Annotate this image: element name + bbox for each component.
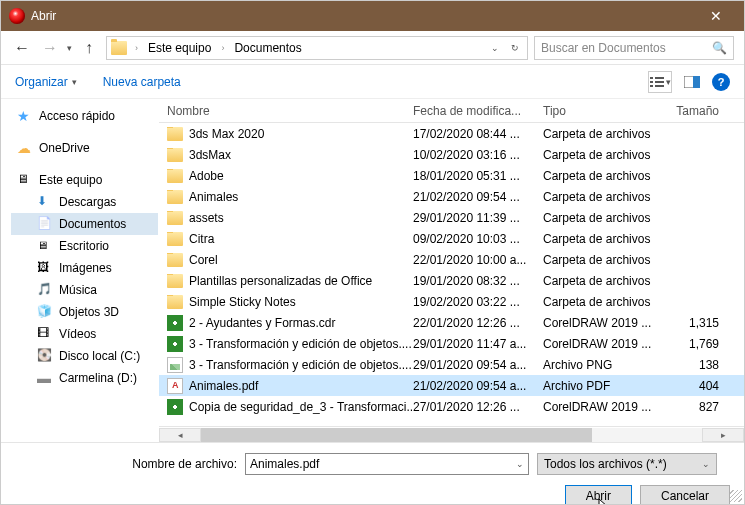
file-date: 21/02/2020 09:54 a... [413,379,543,393]
preview-pane-button[interactable] [680,71,704,93]
cdr-icon [167,315,183,331]
sidebar-3d[interactable]: Objetos 3D [11,301,158,323]
chevron-right-icon[interactable]: › [131,43,142,53]
horizontal-scrollbar[interactable]: ◂ ▸ [159,426,744,442]
sidebar-disk-d[interactable]: Carmelina (D:) [11,367,158,389]
view-options-button[interactable]: ▾ [648,71,672,93]
file-name-text: 3 - Transformación y edición de objetos.… [189,358,412,372]
file-row[interactable]: Citra09/02/2020 10:03 ...Carpeta de arch… [159,228,744,249]
download-icon [37,194,53,210]
sidebar-disk-c[interactable]: Disco local (C:) [11,345,158,367]
file-date: 29/01/2020 11:47 a... [413,337,543,351]
file-type: Carpeta de archivos [543,127,663,141]
filter-select[interactable]: Todos los archivos (*.*) ⌄ [537,453,717,475]
col-date[interactable]: Fecha de modifica... [413,104,543,118]
file-name-text: Simple Sticky Notes [189,295,296,309]
file-date: 18/01/2020 05:31 ... [413,169,543,183]
scroll-left-button[interactable]: ◂ [159,428,201,442]
file-row[interactable]: 2 - Ayudantes y Formas.cdr22/01/2020 12:… [159,312,744,333]
col-size[interactable]: Tamaño [663,104,725,118]
file-date: 27/01/2020 12:26 ... [413,400,543,414]
search-placeholder: Buscar en Documentos [541,41,666,55]
file-date: 10/02/2020 03:16 ... [413,148,543,162]
sidebar-documents[interactable]: Documentos [11,213,158,235]
up-button[interactable]: ↑ [78,37,100,59]
file-row[interactable]: Simple Sticky Notes19/02/2020 03:22 ...C… [159,291,744,312]
chevron-down-icon[interactable]: ⌄ [516,459,524,469]
sidebar-quick-access[interactable]: ★Acceso rápido [11,105,158,127]
file-row[interactable]: 3 - Transformación y edición de objetos.… [159,333,744,354]
sidebar-videos[interactable]: Vídeos [11,323,158,345]
footer: Nombre de archivo: Animales.pdf ⌄ Todos … [1,442,744,505]
sidebar-pictures[interactable]: Imágenes [11,257,158,279]
scroll-right-button[interactable]: ▸ [702,428,744,442]
breadcrumb-root[interactable]: Este equipo [146,41,213,55]
refresh-button[interactable]: ↻ [507,43,523,53]
file-type: CorelDRAW 2019 ... [543,337,663,351]
address-dropdown[interactable]: ⌄ [487,43,503,53]
cancel-button[interactable]: Cancelar [640,485,730,505]
resize-grip[interactable] [730,490,742,502]
chevron-right-icon[interactable]: › [217,43,228,53]
file-date: 21/02/2020 09:54 ... [413,190,543,204]
file-row[interactable]: Corel22/01/2020 10:00 a...Carpeta de arc… [159,249,744,270]
folder-icon [167,274,183,288]
nav-bar: ← → ▾ ↑ › Este equipo › Documentos ⌄ ↻ B… [1,31,744,65]
scroll-thumb[interactable] [201,428,592,442]
organize-menu[interactable]: Organizar▾ [15,75,77,89]
sidebar-downloads[interactable]: Descargas [11,191,158,213]
back-button[interactable]: ← [11,37,33,59]
file-type: Carpeta de archivos [543,148,663,162]
file-type: CorelDRAW 2019 ... [543,400,663,414]
file-row[interactable]: Copia de seguridad_de_3 - Transformaci..… [159,396,744,417]
cloud-icon [17,140,33,156]
sidebar-onedrive[interactable]: OneDrive [11,137,158,159]
file-date: 22/01/2020 10:00 a... [413,253,543,267]
file-row[interactable]: Plantillas personalizadas de Office19/01… [159,270,744,291]
title-bar: Abrir ✕ [1,1,744,31]
folder-icon [167,295,183,309]
file-row[interactable]: Animales21/02/2020 09:54 ...Carpeta de a… [159,186,744,207]
file-name-text: assets [189,211,224,225]
col-type[interactable]: Tipo [543,104,663,118]
close-button[interactable]: ✕ [696,8,736,24]
toolbar: Organizar▾ Nueva carpeta ▾ ? [1,65,744,99]
cdr-icon [167,399,183,415]
file-name-text: Animales.pdf [189,379,258,393]
music-icon [37,282,53,298]
file-row[interactable]: 3dsMax10/02/2020 03:16 ...Carpeta de arc… [159,144,744,165]
png-icon [167,357,183,373]
col-name[interactable]: Nombre [167,104,413,118]
file-row[interactable]: Adobe18/01/2020 05:31 ...Carpeta de arch… [159,165,744,186]
history-dropdown[interactable]: ▾ [67,43,72,53]
opera-logo-icon [9,8,25,24]
scroll-track[interactable] [201,428,702,442]
sidebar-desktop[interactable]: Escritorio [11,235,158,257]
file-date: 29/01/2020 11:39 ... [413,211,543,225]
address-bar[interactable]: › Este equipo › Documentos ⌄ ↻ [106,36,528,60]
file-name-text: 2 - Ayudantes y Formas.cdr [189,316,336,330]
file-list[interactable]: 3ds Max 202017/02/2020 08:44 ...Carpeta … [159,123,744,426]
breadcrumb-folder[interactable]: Documentos [232,41,303,55]
file-row[interactable]: assets29/01/2020 11:39 ...Carpeta de arc… [159,207,744,228]
file-row[interactable]: 3 - Transformación y edición de objetos.… [159,354,744,375]
sidebar-music[interactable]: Música [11,279,158,301]
help-button[interactable]: ? [712,73,730,91]
new-folder-button[interactable]: Nueva carpeta [103,75,181,89]
cube-icon [37,304,53,320]
pc-icon [17,172,33,188]
disk-icon [37,370,53,386]
file-row[interactable]: Animales.pdf21/02/2020 09:54 a...Archivo… [159,375,744,396]
filename-input[interactable]: Animales.pdf ⌄ [245,453,529,475]
search-input[interactable]: Buscar en Documentos 🔍 [534,36,734,60]
file-size: 827 [663,400,725,414]
column-headers[interactable]: Nombre Fecha de modifica... Tipo Tamaño [159,99,744,123]
sidebar-this-pc[interactable]: Este equipo [11,169,158,191]
file-type: Archivo PDF [543,379,663,393]
desktop-icon [37,238,53,254]
file-name-text: Animales [189,190,238,204]
forward-button[interactable]: → [39,37,61,59]
open-button[interactable]: Abrir [565,485,632,505]
sidebar: ★Acceso rápido OneDrive Este equipo Desc… [1,99,159,442]
file-row[interactable]: 3ds Max 202017/02/2020 08:44 ...Carpeta … [159,123,744,144]
